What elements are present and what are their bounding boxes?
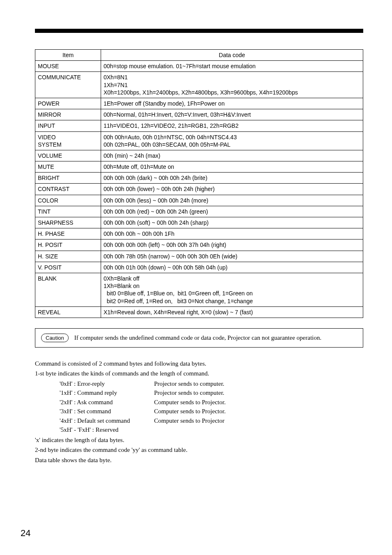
cmd-right: Computer sends to Projector. xyxy=(154,398,226,407)
page-number: 24 xyxy=(21,528,30,539)
cmd-right: Projector sends to computer. xyxy=(154,388,224,398)
cmd-right: Projector sends to computer. xyxy=(154,379,224,389)
cell-item: POWER xyxy=(35,98,101,109)
cell-item: COLOR xyxy=(35,195,101,206)
list-item: '1xH' : Command replyProjector sends to … xyxy=(60,388,363,398)
cmd-left: '3xH' : Set command xyxy=(60,407,154,416)
cell-data: 00h 00h 00h ~ 00h 00h 1Fh xyxy=(101,228,363,240)
cmd-right: Computer sends to Projector. xyxy=(154,407,226,416)
table-row: REVEALX1h=Reveal down, X4h=Reveal right,… xyxy=(35,306,363,318)
cell-data: 11h=VIDEO1, 12h=VIDEO2, 21h=RGB1, 22h=RG… xyxy=(101,120,363,131)
table-row: INPUT11h=VIDEO1, 12h=VIDEO2, 21h=RGB1, 2… xyxy=(35,120,363,131)
caution-text: If computer sends the undefined command … xyxy=(74,334,321,341)
cell-item: TINT xyxy=(35,206,101,217)
cell-item: H. POSIT xyxy=(35,240,101,251)
cell-data: 00h=Normal, 01h=H:Invert, 02h=V:Invert, … xyxy=(101,109,363,120)
table-row: CONTRAST00h 00h 00h (lower) ~ 00h 00h 24… xyxy=(35,184,363,195)
para-1: Command is consisted of 2 command bytes … xyxy=(35,359,363,368)
cell-item: MIRROR xyxy=(35,109,101,120)
cell-data: 00h=Mute off, 01h=Mute on xyxy=(101,161,363,173)
cell-item: BRIGHT xyxy=(35,173,101,184)
cell-data: X1h=Reveal down, X4h=Reveal right, X=0 (… xyxy=(101,306,363,318)
table-row: SHARPNESS00h 00h 00h (soft) ~ 00h 00h 24… xyxy=(35,217,363,228)
description-text: Command is consisted of 2 command bytes … xyxy=(35,359,363,465)
top-rule xyxy=(35,29,363,33)
para-2: 1-st byte indicates the kinds of command… xyxy=(35,369,363,378)
para-4: 2-nd byte indicates the command code 'yy… xyxy=(35,445,363,455)
caution-label: Caution xyxy=(41,334,69,342)
table-row: COMMUNICATE0Xh=8N1 1Xh=7N1 X0h=1200bps, … xyxy=(35,72,363,98)
cell-data: 00h 00h 01h 00h (down) ~ 00h 00h 58h 04h… xyxy=(101,262,363,273)
cmd-right: Computer sends to Projector xyxy=(154,416,224,426)
cell-item: INPUT xyxy=(35,120,101,131)
cell-data: 1Eh=Power off (Standby mode), 1Fh=Power … xyxy=(101,98,363,109)
cell-data: 00h 00h 00h 00h (left) ~ 00h 00h 37h 04h… xyxy=(101,240,363,251)
table-row: MUTE00h=Mute off, 01h=Mute on xyxy=(35,161,363,173)
cell-data: 0Xh=Blank off 1Xh=Blank on bit0 0=Blue o… xyxy=(101,273,363,306)
cell-item: V. POSIT xyxy=(35,262,101,273)
cell-data: 00h 00h 00h (dark) ~ 00h 00h 24h (brite) xyxy=(101,173,363,184)
th-item: Item xyxy=(35,50,101,61)
cell-item: MOUSE xyxy=(35,61,101,72)
cell-item: SHARPNESS xyxy=(35,217,101,228)
cmd-left: '4xH' : Default set command xyxy=(60,416,154,426)
cell-data: 00h 00h 00h (soft) ~ 00h 00h 24h (sharp) xyxy=(101,217,363,228)
cell-item: H. PHASE xyxy=(35,228,101,240)
data-code-table: Item Data code MOUSE00h=stop mouse emula… xyxy=(35,49,363,318)
cell-data: 00h 00h=Auto, 00h 01h=NTSC, 00h 04h=NTSC… xyxy=(101,131,363,150)
cell-data: 00h 00h 00h (lower) ~ 00h 00h 24h (highe… xyxy=(101,184,363,195)
cell-data: 0Xh=8N1 1Xh=7N1 X0h=1200bps, X1h=2400bps… xyxy=(101,72,363,98)
cell-data: 00h=stop mouse emulation. 01~7Fh=start m… xyxy=(101,61,363,72)
cell-item: COMMUNICATE xyxy=(35,72,101,98)
cell-item: VOLUME xyxy=(35,150,101,161)
table-row: VIDEO SYSTEM00h 00h=Auto, 00h 01h=NTSC, … xyxy=(35,131,363,150)
cmd-left: '2xH' : Ask command xyxy=(60,398,154,407)
caution-box: Caution If computer sends the undefined … xyxy=(35,328,363,348)
table-row: VOLUME00h (min) ~ 24h (max) xyxy=(35,150,363,161)
cell-data: 00h 00h 00h (less) ~ 00h 00h 24h (more) xyxy=(101,195,363,206)
cell-data: 00h 00h 00h (red) ~ 00h 00h 24h (green) xyxy=(101,206,363,217)
th-data: Data code xyxy=(101,50,363,61)
cell-item: REVEAL xyxy=(35,306,101,318)
table-row: COLOR00h 00h 00h (less) ~ 00h 00h 24h (m… xyxy=(35,195,363,206)
cmd-left: '5xH' - 'FxH' : Reserved xyxy=(60,425,154,435)
table-row: BRIGHT00h 00h 00h (dark) ~ 00h 00h 24h (… xyxy=(35,173,363,184)
para-5: Data table shows the data byte. xyxy=(35,456,363,465)
list-item: '3xH' : Set commandComputer sends to Pro… xyxy=(60,407,363,416)
table-row: BLANK0Xh=Blank off 1Xh=Blank on bit0 0=B… xyxy=(35,273,363,306)
list-item: '0xH' : Error-replyProjector sends to co… xyxy=(60,379,363,389)
list-item: '2xH' : Ask commandComputer sends to Pro… xyxy=(60,398,363,407)
table-row: V. POSIT00h 00h 01h 00h (down) ~ 00h 00h… xyxy=(35,262,363,273)
table-row: MOUSE00h=stop mouse emulation. 01~7Fh=st… xyxy=(35,61,363,72)
cell-data: 00h (min) ~ 24h (max) xyxy=(101,150,363,161)
table-row: POWER1Eh=Power off (Standby mode), 1Fh=P… xyxy=(35,98,363,109)
table-row: TINT00h 00h 00h (red) ~ 00h 00h 24h (gre… xyxy=(35,206,363,217)
table-row: H. SIZE00h 00h 78h 05h (narrow) ~ 00h 00… xyxy=(35,251,363,262)
cmd-left: '0xH' : Error-reply xyxy=(60,379,154,389)
list-item: '5xH' - 'FxH' : Reserved xyxy=(60,425,363,435)
para-3: 'x' indicates the length of data bytes. xyxy=(35,435,363,445)
cell-item: VIDEO SYSTEM xyxy=(35,131,101,150)
cell-item: MUTE xyxy=(35,161,101,173)
cell-item: BLANK xyxy=(35,273,101,306)
table-row: H. POSIT00h 00h 00h 00h (left) ~ 00h 00h… xyxy=(35,240,363,251)
cell-item: CONTRAST xyxy=(35,184,101,195)
table-row: MIRROR00h=Normal, 01h=H:Invert, 02h=V:In… xyxy=(35,109,363,120)
cell-item: H. SIZE xyxy=(35,251,101,262)
list-item: '4xH' : Default set commandComputer send… xyxy=(60,416,363,426)
table-row: H. PHASE00h 00h 00h ~ 00h 00h 1Fh xyxy=(35,228,363,240)
cell-data: 00h 00h 78h 05h (narrow) ~ 00h 00h 30h 0… xyxy=(101,251,363,262)
cmd-left: '1xH' : Command reply xyxy=(60,388,154,398)
